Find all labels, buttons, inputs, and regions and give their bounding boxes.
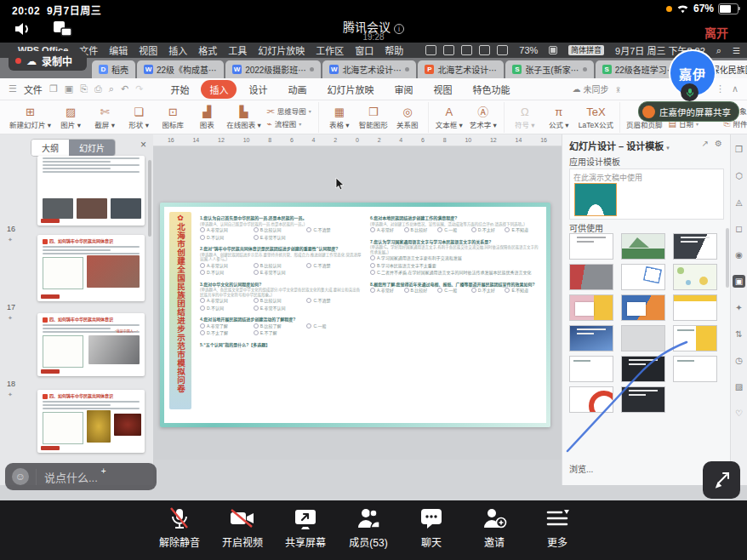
option[interactable]: C.一般 <box>306 323 360 329</box>
start-video-button[interactable]: 开启视频 <box>214 506 271 549</box>
option[interactable]: D.不认同 <box>200 270 254 276</box>
design-template-16[interactable] <box>569 386 613 413</box>
spotlight-icon[interactable]: ⌕ <box>716 45 721 56</box>
toolbar-button-新建幻灯片[interactable]: ⊞新建幻灯片 ▾ <box>8 106 53 129</box>
ribbon-tab-审阅[interactable]: 审阅 <box>385 80 421 99</box>
option[interactable]: B.比较好 <box>404 288 438 294</box>
option[interactable]: A.非常认同 <box>200 263 254 269</box>
slide-thumbnail-17[interactable]: 四、如何铸牢中华民族共同体意识“我是中国人⋯” <box>37 313 145 376</box>
slider-icon[interactable]: ⇅ <box>733 328 745 340</box>
option[interactable]: A.非常认同 <box>200 227 254 233</box>
pyramid-icon[interactable]: ◬ <box>733 196 745 209</box>
open-icon[interactable]: ❐ <box>49 83 58 94</box>
doc-tab-2[interactable]: W2022级摄影班⋯ <box>225 60 321 78</box>
slide-canvas[interactable]: ✿ 北海市创建全国民族团结进步示范市模拟问卷 1.您认为自己首先是中华民族的一员… <box>153 146 562 460</box>
template-in-use[interactable] <box>574 183 617 216</box>
save-icon[interactable]: ▣ <box>65 83 73 94</box>
image-pane-icon[interactable]: ▨ <box>733 380 745 393</box>
design-template-13[interactable] <box>569 356 613 382</box>
doc-tab-5[interactable]: S张子玉(新家⋯ <box>505 60 593 78</box>
tab-outline[interactable]: 大纲 <box>31 140 69 156</box>
annotation-float-button[interactable] <box>703 461 740 499</box>
design-template-14[interactable] <box>621 356 665 382</box>
chat-button[interactable]: 聊天 <box>403 506 459 549</box>
option[interactable]: C.不清楚 <box>306 263 360 269</box>
design-template-7[interactable] <box>569 294 613 321</box>
option[interactable]: E.非常不认同 <box>254 270 307 276</box>
unmute-button[interactable]: 解除静音 <box>151 506 208 549</box>
bluetooth-icon[interactable] <box>461 45 472 55</box>
design-template-17[interactable] <box>621 386 665 413</box>
option[interactable]: B.比较认同 <box>254 263 307 269</box>
toolbar-button-流程图[interactable]: ⌁流程图▾ <box>267 118 311 129</box>
design-template-6[interactable] <box>673 264 717 290</box>
menu-item-1[interactable]: 编辑 <box>109 43 128 57</box>
share-screen-button[interactable]: 共享屏幕 <box>277 506 334 549</box>
wifi-icon[interactable] <box>479 45 490 55</box>
option[interactable]: A.学习国家通用语言文字更有利于交流和发展 <box>370 255 539 261</box>
option[interactable]: E.不知道 <box>505 288 539 294</box>
slide-thumbnail-18[interactable]: 四、如何铸牢中华民族共同体意识 <box>37 390 145 453</box>
design-template-15[interactable] <box>673 356 717 382</box>
more-button[interactable]: 更多 <box>529 506 585 549</box>
ribbon-tab-开始[interactable]: 开始 <box>162 80 197 99</box>
option[interactable]: E.非常不认同 <box>254 306 307 311</box>
option[interactable]: A.非常好 <box>370 288 404 294</box>
design-template-8[interactable] <box>621 294 665 321</box>
ribbon-tab-幻灯片放映[interactable]: 幻灯片放映 <box>318 80 382 99</box>
ribbon-tab-插入[interactable]: 插入 <box>201 80 237 99</box>
design-template-1[interactable] <box>569 233 613 260</box>
toolbar-button-艺术字[interactable]: Ⓐ艺术字 ▾ <box>467 106 499 129</box>
design-template-3[interactable] <box>673 233 717 260</box>
tab-slides[interactable]: 幻灯片 <box>69 140 115 156</box>
undo-icon[interactable]: ↶ <box>121 83 128 94</box>
option[interactable]: C.不清楚 <box>306 298 360 304</box>
toolbar-button-图表[interactable]: ▟图表 <box>191 106 223 129</box>
option[interactable]: E.非常不认同 <box>254 235 307 241</box>
browse-link[interactable]: 浏览... <box>569 462 593 475</box>
option[interactable]: D.不认同 <box>200 306 254 311</box>
option[interactable]: A.非常认同 <box>200 298 254 304</box>
ribbon-tab-视图[interactable]: 视图 <box>425 80 460 99</box>
members-button[interactable]: 成员(53) <box>340 506 396 549</box>
toolbar-button-智能图形[interactable]: ❒智能图形 <box>357 106 390 129</box>
option[interactable]: D.不太好 <box>471 288 505 294</box>
toolbar-button-表格[interactable]: ▦表格 ▾ <box>323 106 356 129</box>
menu-item-9[interactable]: 帮助 <box>385 43 403 57</box>
chevron-down-icon[interactable]: ▾ <box>666 145 670 151</box>
export-icon[interactable]: ⎘ <box>80 83 88 94</box>
panel-scrollbar[interactable] <box>148 160 151 237</box>
hamburger-icon[interactable]: ☰ <box>9 83 17 94</box>
toolbar-button-形状[interactable]: ❏形状 ▾ <box>123 106 155 129</box>
menu-item-6[interactable]: 幻灯片放映 <box>258 43 305 57</box>
slide-26[interactable]: ✿ 北海市创建全国民族团结进步示范市模拟问卷 1.您认为自己首先是中华民族的一员… <box>160 203 550 427</box>
menu-item-2[interactable]: 视图 <box>139 43 157 57</box>
option[interactable]: D.不认同 <box>200 235 254 241</box>
sticker-icon[interactable]: ◉ <box>733 249 745 261</box>
doc-tab-1[interactable]: W22级《构成基⋯ <box>137 60 224 78</box>
preview-icon[interactable]: ⌕ <box>109 83 114 94</box>
design-template-4[interactable] <box>569 264 613 290</box>
design-template-10[interactable] <box>569 325 613 351</box>
toolbar-button-截屏[interactable]: ✄截屏 ▾ <box>88 106 121 129</box>
ribbon-tab-特色功能[interactable]: 特色功能 <box>464 80 518 99</box>
control-center-icon[interactable]: ☰ <box>733 46 740 55</box>
toolbar-button-图标库[interactable]: ⊡图标库 <box>157 106 189 129</box>
invite-button[interactable]: 邀请 <box>466 506 522 549</box>
menu-item-5[interactable]: 工具 <box>228 43 247 57</box>
gear-icon[interactable]: ⚙ <box>715 139 722 148</box>
templates-icon[interactable]: ▣ <box>733 275 745 288</box>
toolbar-button-关系图[interactable]: ◎关系图 <box>391 106 424 129</box>
camera-icon[interactable] <box>425 45 436 55</box>
more-vertical-icon[interactable]: ⋮ <box>716 83 725 94</box>
option[interactable]: B.比较认同 <box>254 298 307 304</box>
toolbar-button-思维导图[interactable]: ⫘思维导图▾ <box>267 106 311 116</box>
option[interactable]: C.一般 <box>437 288 471 294</box>
megaphone-icon[interactable]: ◻ <box>733 222 745 235</box>
menu-item-7[interactable]: 工作区 <box>316 43 344 57</box>
option[interactable]: B.比较好 <box>404 227 438 233</box>
toolbar-button-图片[interactable]: ▨图片 ▾ <box>54 106 87 129</box>
design-template-11[interactable] <box>621 325 665 351</box>
design-template-12[interactable] <box>673 325 717 351</box>
slide-thumbnail-15[interactable] <box>37 156 145 226</box>
